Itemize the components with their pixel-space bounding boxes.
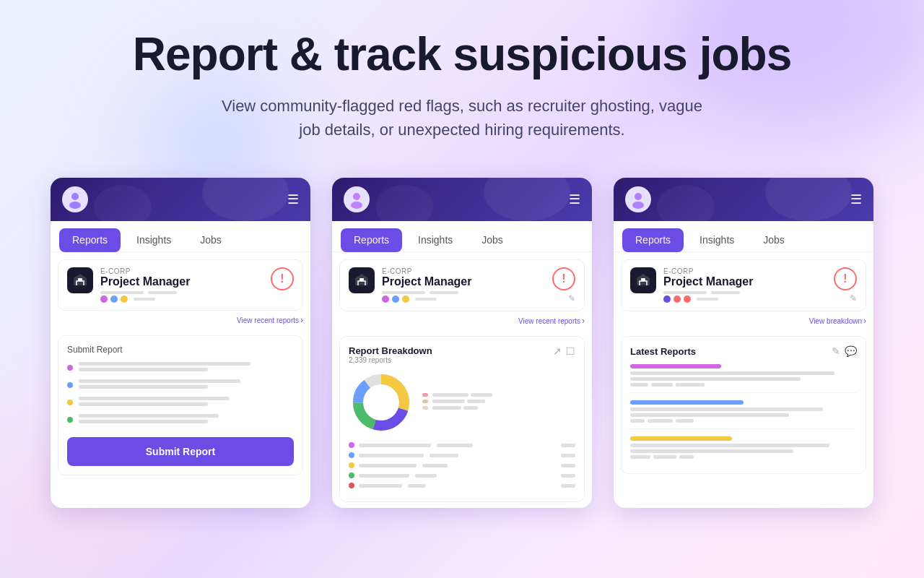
latest-section: Latest Reports ✎ 💬 bbox=[621, 336, 866, 474]
view-reports-link-1[interactable]: View recent reports › bbox=[51, 315, 310, 329]
job-card-3: E-CORP Project Manager ! ✎ bbox=[621, 259, 866, 311]
legend-item-2 bbox=[422, 400, 575, 403]
warning-icon-3: ! bbox=[834, 267, 857, 290]
company-icon-2 bbox=[349, 267, 375, 293]
comment-icon[interactable]: 💬 bbox=[845, 345, 857, 357]
share-icon[interactable]: ↗ bbox=[553, 345, 562, 357]
report-dot-1 bbox=[67, 365, 73, 371]
dot-purple-1 bbox=[100, 296, 108, 303]
dot-yellow-2 bbox=[402, 296, 409, 303]
latest-report-1 bbox=[630, 364, 857, 393]
report-item-4 bbox=[67, 414, 294, 426]
edit-latest-icon[interactable]: ✎ bbox=[832, 345, 840, 357]
company-name-3: E-CORP bbox=[663, 267, 827, 275]
breakdown-icons: ↗ ☐ bbox=[553, 345, 575, 357]
card-latest-reports: ☰ Reports Insights Jobs E-CORP Project bbox=[614, 178, 873, 508]
card-header-3: ☰ bbox=[614, 178, 873, 221]
svg-point-13 bbox=[368, 389, 394, 415]
tab-bar-3: Reports Insights Jobs bbox=[614, 221, 873, 252]
tab-reports-3[interactable]: Reports bbox=[622, 228, 684, 252]
blist-item-1 bbox=[349, 442, 575, 448]
legend-color-3 bbox=[422, 406, 428, 410]
blist-dot-2 bbox=[349, 452, 354, 458]
tab-bar-1: Reports Insights Jobs bbox=[51, 221, 310, 252]
view-breakdown-link[interactable]: View breakdown › bbox=[614, 316, 873, 330]
tab-jobs-2[interactable]: Jobs bbox=[468, 228, 516, 251]
breakdown-header: Report Breakdown 2,339 reports ↗ ☐ bbox=[349, 345, 575, 364]
latest-icons: ✎ 💬 bbox=[832, 345, 857, 357]
job-meta-1 bbox=[100, 291, 263, 294]
hamburger-icon-1[interactable]: ☰ bbox=[287, 191, 299, 207]
breakdown-list bbox=[349, 442, 575, 488]
report-lines-2 bbox=[79, 379, 294, 391]
submit-section: Submit Report bbox=[58, 335, 303, 475]
job-meta-2 bbox=[382, 291, 545, 294]
job-card-1: E-CORP Project Manager ! bbox=[58, 259, 303, 311]
hamburger-icon-2[interactable]: ☰ bbox=[569, 191, 580, 207]
tab-insights-3[interactable]: Insights bbox=[687, 228, 747, 251]
tab-reports-1[interactable]: Reports bbox=[59, 228, 121, 252]
blist-item-5 bbox=[349, 483, 575, 488]
svg-rect-7 bbox=[359, 278, 364, 281]
legend-color-1 bbox=[422, 393, 428, 397]
warning-icon-2: ! bbox=[552, 267, 575, 290]
lr-title-2 bbox=[630, 400, 744, 405]
card-breakdown: ☰ Reports Insights Jobs E-CORP Project bbox=[332, 178, 592, 508]
report-lines-3 bbox=[79, 397, 294, 408]
report-dot-3 bbox=[67, 400, 73, 405]
page-subtitle: View community-flagged red flags, such a… bbox=[209, 94, 715, 142]
latest-report-2 bbox=[630, 400, 857, 429]
hamburger-icon-3[interactable]: ☰ bbox=[850, 191, 862, 207]
submit-report-button[interactable]: Submit Report bbox=[67, 437, 294, 466]
dot-yellow-1 bbox=[121, 296, 128, 303]
view-reports-link-2[interactable]: View recent reports › bbox=[332, 316, 592, 330]
blist-item-4 bbox=[349, 473, 575, 478]
svg-rect-17 bbox=[641, 278, 645, 281]
breakdown-section: Report Breakdown 2,339 reports ↗ ☐ bbox=[339, 336, 585, 502]
breakdown-count: 2,339 reports bbox=[349, 356, 432, 364]
job-title-3: Project Manager bbox=[663, 275, 827, 288]
job-card-2: E-CORP Project Manager ! ✎ bbox=[339, 259, 585, 311]
tab-jobs-3[interactable]: Jobs bbox=[750, 228, 798, 251]
svg-point-1 bbox=[69, 202, 81, 209]
company-icon-1 bbox=[67, 267, 93, 293]
submit-title: Submit Report bbox=[67, 345, 294, 355]
svg-point-0 bbox=[71, 193, 79, 200]
avatar-1 bbox=[62, 186, 88, 212]
blist-dot-3 bbox=[349, 462, 354, 468]
svg-point-4 bbox=[353, 193, 360, 200]
tab-bar-2: Reports Insights Jobs bbox=[332, 221, 592, 252]
blist-item-3 bbox=[349, 462, 575, 468]
card-submit-report: ☰ Reports Insights Jobs E-CORP Project bbox=[51, 178, 310, 508]
job-title-1: Project Manager bbox=[100, 275, 263, 288]
cards-container: ☰ Reports Insights Jobs E-CORP Project bbox=[0, 163, 924, 508]
blist-item-2 bbox=[349, 452, 575, 458]
company-name-1: E-CORP bbox=[100, 267, 263, 275]
tab-jobs-1[interactable]: Jobs bbox=[187, 228, 235, 251]
tab-insights-2[interactable]: Insights bbox=[405, 228, 466, 251]
dot-red-3 bbox=[674, 296, 681, 303]
tab-insights-1[interactable]: Insights bbox=[123, 228, 184, 251]
svg-point-5 bbox=[351, 202, 362, 209]
blist-dot-1 bbox=[349, 442, 354, 448]
card-header-2: ☰ bbox=[332, 178, 592, 221]
bookmark-icon[interactable]: ☐ bbox=[566, 345, 575, 357]
chart-row bbox=[349, 370, 575, 435]
legend-color-2 bbox=[422, 400, 428, 403]
report-dot-4 bbox=[67, 417, 73, 423]
job-title-2: Project Manager bbox=[382, 275, 545, 288]
avatar-2 bbox=[344, 186, 370, 212]
report-lines-1 bbox=[79, 362, 294, 374]
breakdown-title: Report Breakdown bbox=[349, 345, 432, 356]
job-meta-3 bbox=[663, 291, 827, 294]
lr-title-1 bbox=[630, 364, 721, 368]
latest-title: Latest Reports bbox=[630, 346, 696, 357]
dot-blue-1 bbox=[110, 296, 118, 303]
legend-items bbox=[422, 393, 575, 413]
dots-row-3 bbox=[663, 296, 827, 303]
job-info-3: E-CORP Project Manager bbox=[663, 267, 827, 303]
tab-reports-2[interactable]: Reports bbox=[341, 228, 402, 252]
latest-header: Latest Reports ✎ 💬 bbox=[630, 345, 857, 357]
dots-row-1 bbox=[100, 296, 263, 303]
svg-point-14 bbox=[635, 193, 642, 200]
